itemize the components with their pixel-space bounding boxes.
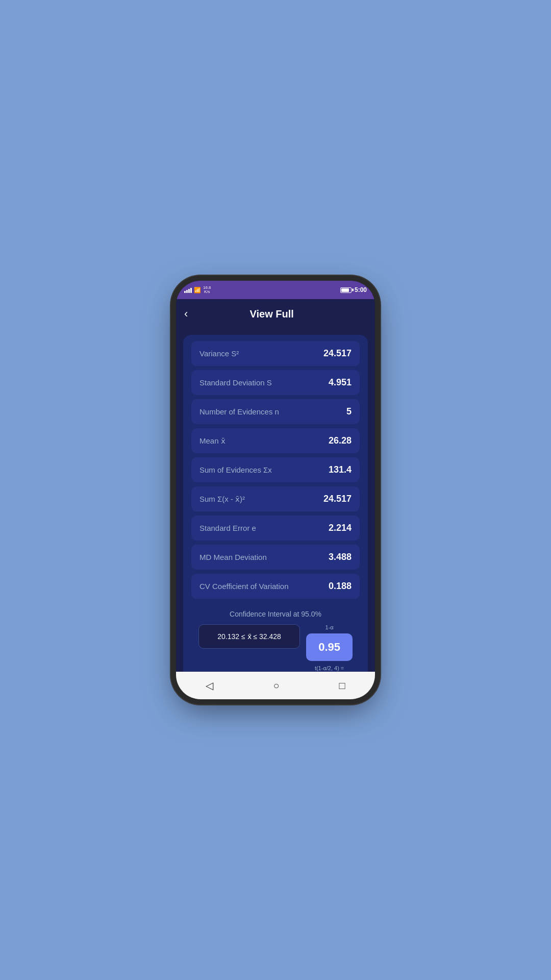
stat-label: Variance S²: [199, 349, 239, 358]
wifi-icon: 📶: [194, 287, 201, 293]
page-title: View Full: [192, 308, 352, 320]
stat-label: Sum Σ(x - x̄)²: [199, 495, 245, 504]
stat-value: 4.951: [329, 377, 352, 388]
clock: 5:00: [355, 286, 367, 293]
stat-label: MD Mean Deviation: [199, 553, 267, 561]
stat-row: Sum Σ(x - x̄)²24.517: [191, 486, 360, 511]
stat-row: Standard Deviation S4.951: [191, 370, 360, 395]
stat-row: Number of Evidences n5: [191, 399, 360, 424]
stat-value: 5: [346, 406, 352, 417]
stat-row: Sum of Evidences Σx131.4: [191, 457, 360, 482]
alpha-label: 1-α: [325, 624, 334, 630]
stat-label: Standard Error e: [199, 524, 256, 532]
confidence-header: Confidence Interval at 95.0%: [198, 610, 353, 618]
stat-value: 24.517: [323, 348, 352, 359]
stat-label: Standard Deviation S: [199, 378, 272, 387]
speed-text: 16.8 K/s: [203, 286, 211, 294]
stat-label: Mean x̄: [199, 436, 226, 446]
confidence-right: 1-α 0.95 t(1-α/2, 4) = 2.776: [306, 624, 353, 672]
stat-value: 131.4: [329, 464, 352, 475]
confidence-body: 20.132 ≤ x̄ ≤ 32.428 1-α 0.95 t(1-α/2, 4…: [198, 624, 353, 672]
alpha-value: 0.95: [318, 641, 340, 653]
confidence-section: Confidence Interval at 95.0% 20.132 ≤ x̄…: [191, 603, 360, 672]
stat-row: Variance S²24.517: [191, 341, 360, 366]
stat-value: 3.488: [329, 552, 352, 562]
stat-label: Sum of Evidences Σx: [199, 465, 272, 474]
alpha-value-box: 0.95: [306, 633, 353, 661]
t-value: t(1-α/2, 4) = 2.776: [315, 664, 344, 672]
back-button[interactable]: ‹: [184, 305, 192, 323]
signal-icon: [184, 287, 192, 293]
phone-container: 📶 16.8 K/s 5:00 ‹ View Full Variance S²2…: [176, 281, 375, 699]
confidence-formula: 20.132 ≤ x̄ ≤ 32.428: [217, 632, 281, 641]
stat-value: 26.28: [329, 435, 352, 446]
stat-row: MD Mean Deviation3.488: [191, 545, 360, 570]
nav-recents-button[interactable]: □: [329, 676, 355, 696]
stat-row: CV Coefficient of Variation0.188: [191, 574, 360, 599]
status-bar: 📶 16.8 K/s 5:00: [176, 281, 375, 299]
nav-back-button[interactable]: ◁: [195, 675, 223, 696]
bottom-nav: ◁ ○ □: [176, 672, 375, 699]
content-area: Variance S²24.517Standard Deviation S4.9…: [176, 329, 375, 672]
stat-label: CV Coefficient of Variation: [199, 582, 289, 591]
stat-value: 0.188: [329, 581, 352, 592]
stat-label: Number of Evidences n: [199, 407, 279, 416]
stat-value: 2.214: [329, 523, 352, 533]
stat-value: 24.517: [323, 494, 352, 504]
stat-row: Standard Error e2.214: [191, 516, 360, 541]
status-right: 5:00: [340, 286, 367, 293]
header: ‹ View Full: [176, 299, 375, 329]
battery-icon: [340, 287, 352, 293]
stat-row: Mean x̄26.28: [191, 428, 360, 453]
status-left: 📶 16.8 K/s: [184, 286, 211, 294]
stats-card: Variance S²24.517Standard Deviation S4.9…: [183, 335, 368, 672]
confidence-formula-box: 20.132 ≤ x̄ ≤ 32.428: [198, 624, 300, 649]
nav-home-button[interactable]: ○: [263, 676, 289, 696]
